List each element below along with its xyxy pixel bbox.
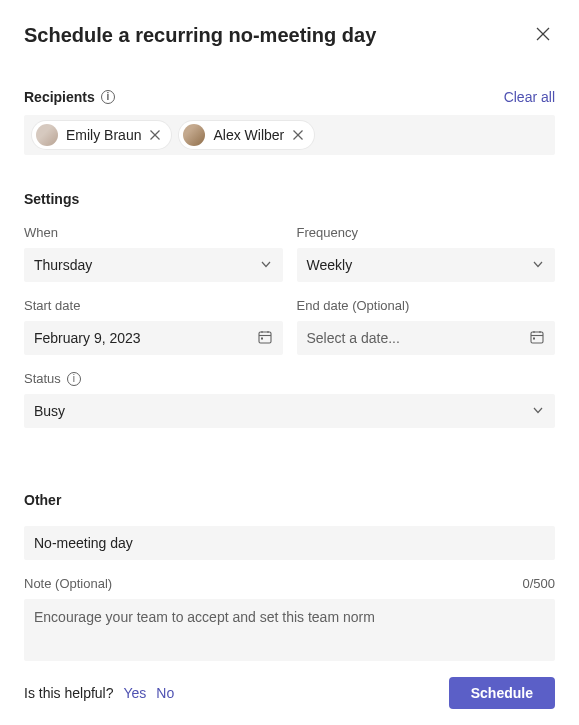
helpful-prompt: Is this helpful? bbox=[24, 685, 114, 701]
status-select[interactable]: Busy bbox=[24, 394, 555, 428]
note-counter: 0/500 bbox=[522, 576, 555, 591]
when-value: Thursday bbox=[34, 257, 92, 273]
when-select[interactable]: Thursday bbox=[24, 248, 283, 282]
settings-heading: Settings bbox=[24, 191, 555, 207]
helpful-no-button[interactable]: No bbox=[156, 685, 174, 701]
title-value: No-meeting day bbox=[34, 535, 133, 551]
frequency-select[interactable]: Weekly bbox=[297, 248, 556, 282]
remove-recipient-button[interactable] bbox=[149, 129, 161, 141]
info-icon[interactable]: i bbox=[101, 90, 115, 104]
note-placeholder: Encourage your team to accept and set th… bbox=[34, 609, 375, 625]
when-label: When bbox=[24, 225, 283, 240]
recipient-chip[interactable]: Emily Braun bbox=[32, 121, 171, 149]
clear-all-button[interactable]: Clear all bbox=[504, 89, 555, 105]
recipient-chip[interactable]: Alex Wilber bbox=[179, 121, 314, 149]
helpful-yes-button[interactable]: Yes bbox=[124, 685, 147, 701]
svg-rect-15 bbox=[533, 337, 535, 339]
remove-recipient-button[interactable] bbox=[292, 129, 304, 141]
chevron-down-icon bbox=[531, 403, 545, 420]
svg-rect-11 bbox=[531, 332, 543, 343]
frequency-value: Weekly bbox=[307, 257, 353, 273]
calendar-icon[interactable] bbox=[529, 329, 545, 348]
frequency-label: Frequency bbox=[297, 225, 556, 240]
start-date-value: February 9, 2023 bbox=[34, 330, 141, 346]
note-label: Note (Optional) bbox=[24, 576, 112, 591]
recipient-name: Alex Wilber bbox=[213, 127, 284, 143]
close-button[interactable] bbox=[531, 22, 555, 49]
end-date-label: End date (Optional) bbox=[297, 298, 556, 313]
svg-rect-6 bbox=[259, 332, 271, 343]
info-icon[interactable]: i bbox=[67, 372, 81, 386]
chevron-down-icon bbox=[531, 257, 545, 274]
recipients-heading: Recipients i bbox=[24, 89, 115, 105]
end-date-placeholder: Select a date... bbox=[307, 330, 400, 346]
status-value: Busy bbox=[34, 403, 65, 419]
start-date-label: Start date bbox=[24, 298, 283, 313]
recipients-input[interactable]: Emily Braun Alex Wilber bbox=[24, 115, 555, 155]
title-input[interactable]: No-meeting day bbox=[24, 526, 555, 560]
dialog-title: Schedule a recurring no-meeting day bbox=[24, 24, 376, 47]
start-date-input[interactable]: February 9, 2023 bbox=[24, 321, 283, 355]
note-textarea[interactable]: Encourage your team to accept and set th… bbox=[24, 599, 555, 661]
chevron-down-icon bbox=[259, 257, 273, 274]
avatar bbox=[36, 124, 58, 146]
schedule-button[interactable]: Schedule bbox=[449, 677, 555, 709]
end-date-input[interactable]: Select a date... bbox=[297, 321, 556, 355]
other-heading: Other bbox=[24, 492, 555, 508]
status-label: Status i bbox=[24, 371, 555, 386]
svg-rect-10 bbox=[261, 337, 263, 339]
recipient-name: Emily Braun bbox=[66, 127, 141, 143]
calendar-icon[interactable] bbox=[257, 329, 273, 348]
avatar bbox=[183, 124, 205, 146]
close-icon bbox=[535, 26, 551, 45]
